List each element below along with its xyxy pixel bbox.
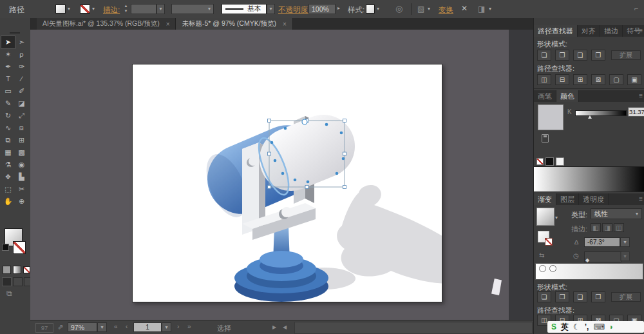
eraser-tool[interactable]: ◪ — [15, 97, 28, 110]
tab-layers[interactable]: 图层 — [556, 193, 579, 205]
chevron-down-icon[interactable]: ▾ — [428, 6, 430, 12]
document-tab-1[interactable]: AI矢量图标.ai* @ 135.37% (RGB/预览) × — [37, 18, 176, 30]
cast-shadow-shape[interactable] — [337, 185, 442, 284]
outline-icon[interactable]: ▢ — [609, 74, 623, 85]
lasso-tool[interactable]: ρ — [15, 48, 28, 61]
width-tool[interactable]: ∿ — [1, 122, 15, 134]
punctuation-icon[interactable]: ’, — [585, 321, 589, 333]
keyboard-icon[interactable]: ⌨ — [593, 321, 604, 333]
slice-tool[interactable]: ✂ — [15, 183, 28, 195]
expand-button-2[interactable]: 扩展 — [611, 292, 641, 302]
opacity-panel-link[interactable]: 不透明度: — [278, 5, 310, 15]
default-fill-stroke-icon[interactable] — [2, 244, 9, 251]
tab-gradient[interactable]: 渐变 — [534, 193, 556, 205]
panel-menu-icon[interactable]: ≡ — [639, 27, 643, 34]
graph-tool[interactable]: ▙ — [15, 171, 28, 183]
unite-icon[interactable]: ❏ — [537, 50, 551, 61]
intersect-icon[interactable]: ❑ — [573, 291, 587, 302]
none-swatch[interactable] — [536, 158, 544, 165]
step-up-icon[interactable]: ▴ — [122, 3, 129, 8]
sogou-logo-icon[interactable]: S — [551, 321, 556, 333]
chevron-down-icon[interactable]: ▾ — [555, 215, 558, 221]
recolor-artwork-icon[interactable]: ◎ — [395, 4, 402, 14]
direct-selection-tool[interactable]: ➣ — [15, 36, 28, 48]
canvas-pasteboard[interactable] — [30, 30, 509, 320]
moon-icon[interactable]: ☾ — [573, 321, 580, 333]
scroll-right-icon[interactable]: ▶ — [272, 324, 276, 330]
stroke-style-dropdown[interactable]: 基本 — [222, 4, 267, 14]
graphic-style-swatch[interactable] — [366, 5, 375, 14]
close-icon[interactable]: × — [283, 21, 287, 28]
k-slider-handle[interactable] — [588, 115, 592, 119]
prev-artboard-icon[interactable]: ‹ — [126, 323, 128, 330]
scroll-left-icon[interactable]: ◀ — [283, 324, 287, 330]
gradient-midpoint-marker[interactable]: ◆ — [585, 257, 589, 263]
black-swatch[interactable] — [545, 157, 554, 166]
zoom-tool[interactable]: ⊕ — [15, 195, 28, 208]
minus-back-icon[interactable]: ▣ — [627, 74, 641, 85]
stroke-width-field[interactable] — [131, 4, 156, 14]
stroke-width-stepper[interactable]: ▴ ▾ — [122, 3, 129, 15]
first-artboard-icon[interactable]: « — [114, 323, 118, 330]
panel-drag-handle[interactable] — [10, 32, 20, 34]
exclude-icon[interactable]: ❒ — [591, 50, 605, 61]
tab-align[interactable]: 对齐 — [578, 25, 600, 37]
blend-tool[interactable]: ❖ — [1, 171, 15, 183]
chevron-down-icon[interactable]: ▾ — [377, 6, 379, 12]
collapse-panels-icon[interactable]: ⌐ — [634, 5, 638, 12]
minus-front-icon[interactable]: ❐ — [555, 291, 569, 302]
gradient-mode-button[interactable] — [13, 266, 21, 274]
selection-tool[interactable]: ➤ — [1, 36, 15, 48]
export-icon[interactable]: ⇗ — [57, 323, 63, 331]
opacity-field[interactable]: 100% — [308, 4, 336, 14]
chevron-down-icon[interactable]: ▾ — [68, 6, 70, 12]
paintbrush-tool[interactable]: ✐ — [15, 85, 28, 97]
tab-pathfinder[interactable]: 路径查找器 — [534, 25, 578, 37]
artboard-number-caret[interactable]: ▾ — [162, 322, 171, 332]
stroke-width-dropdown[interactable]: ▾ — [156, 4, 165, 14]
minus-front-icon[interactable]: ❐ — [555, 50, 569, 61]
gradient-stroke-proxy[interactable] — [545, 238, 553, 246]
stroke-panel-link[interactable]: 描边: — [103, 5, 120, 15]
close-icon[interactable]: × — [166, 21, 170, 28]
tab-brushes[interactable]: 画笔 — [534, 90, 556, 102]
perspective-grid-tool[interactable]: ⊞ — [15, 134, 28, 146]
draw-behind-button[interactable] — [13, 277, 23, 286]
chevron-down-icon[interactable]: ▾ — [489, 6, 491, 12]
scale-tool[interactable]: ⤢ — [15, 110, 28, 122]
brush-definition-dropdown[interactable]: ▾ — [171, 4, 214, 14]
artboard-tool[interactable]: ⬚ — [1, 183, 15, 195]
english-mode-icon[interactable]: 英 — [561, 321, 569, 333]
chevron-right-icon[interactable]: ▸ — [337, 6, 340, 11]
next-artboard-icon[interactable]: › — [177, 323, 179, 330]
exclude-icon[interactable]: ❒ — [591, 291, 605, 302]
symbol-sprayer-tool[interactable]: ◉ — [15, 159, 28, 171]
shape-builder-tool[interactable]: ⧉ — [1, 134, 15, 146]
current-color-swatch[interactable] — [538, 104, 564, 130]
white-swatch[interactable] — [556, 157, 564, 166]
gradient-angle-caret[interactable]: ▾ — [620, 237, 630, 247]
gradient-thumbnail[interactable] — [536, 208, 554, 226]
trim-icon[interactable]: ⊟ — [555, 74, 569, 85]
lamp-base[interactable] — [234, 251, 328, 302]
stroke-across-icon[interactable]: ◫ — [614, 223, 624, 232]
step-down-icon[interactable]: ▾ — [122, 8, 129, 14]
intersect-icon[interactable]: ❑ — [573, 50, 587, 61]
gradient-type-dropdown[interactable]: 线性 ▾ — [591, 208, 642, 219]
eyedropper-tool[interactable]: ⚗ — [1, 159, 15, 171]
stroke-along-icon[interactable]: ◨ — [602, 223, 612, 232]
transform-handles-icon[interactable]: ✕ — [461, 4, 468, 13]
curvature-tool[interactable]: ✑ — [15, 61, 28, 73]
panel-menu-icon[interactable]: ≡ — [639, 195, 643, 202]
draw-normal-button[interactable] — [2, 277, 12, 286]
last-artboard-icon[interactable]: » — [187, 323, 191, 330]
gradient-stop-2[interactable] — [549, 265, 556, 272]
artboard-number-field[interactable]: 1 — [133, 322, 162, 332]
chevron-down-icon[interactable]: ▾ — [92, 6, 95, 12]
panel-menu-icon[interactable]: ≡ — [639, 92, 643, 99]
none-mode-button[interactable] — [23, 266, 30, 273]
gradient-ramp[interactable] — [534, 166, 644, 192]
tab-color[interactable]: 颜色 — [556, 90, 579, 102]
line-segment-tool[interactable]: ∕ — [15, 73, 28, 85]
select-similar-icon[interactable]: ▧ — [417, 5, 424, 14]
